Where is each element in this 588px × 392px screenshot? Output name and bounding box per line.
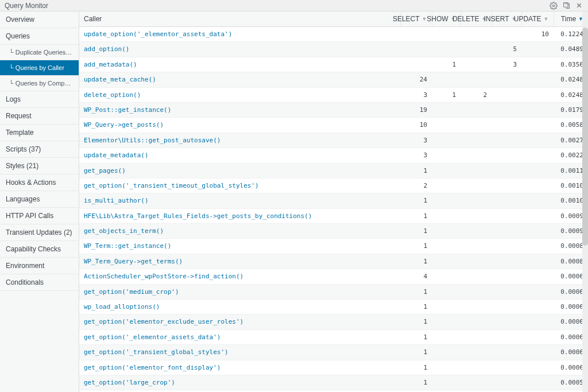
update-cell	[521, 42, 554, 57]
insert-cell	[492, 315, 521, 329]
sidebar-item[interactable]: Transient Updates (2)	[0, 224, 79, 241]
col-update[interactable]: UPDATE▼	[521, 11, 554, 27]
popout-icon[interactable]	[562, 1, 571, 10]
show-cell	[432, 239, 461, 254]
select-cell: 1	[401, 224, 432, 239]
sidebar-item[interactable]: Languages	[0, 191, 79, 208]
sidebar-item[interactable]: Conditionals	[0, 274, 79, 291]
insert-cell	[492, 269, 521, 284]
caller-cell[interactable]: get_option('elementor_exclude_user_roles…	[79, 315, 401, 329]
caller-cell[interactable]: HFE\Lib\Astra_Target_Rules_Fields->get_p…	[79, 208, 401, 223]
caller-cell[interactable]: get_pages()	[79, 163, 401, 178]
sidebar-item[interactable]: Styles (21)	[0, 158, 79, 174]
update-cell	[521, 375, 554, 390]
caller-cell[interactable]: Elementor\Utils::get_post_autosave()	[79, 133, 401, 148]
caller-cell[interactable]: WP_Post::get_instance()	[79, 102, 401, 117]
sidebar-item[interactable]: Environment	[0, 258, 79, 274]
sidebar-item[interactable]: Scripts (37)	[0, 141, 79, 158]
update-cell	[521, 102, 554, 117]
caller-cell[interactable]: get_option('_transient_global_styles')	[79, 345, 401, 360]
table-row: update_metadata()30.0022	[79, 148, 588, 163]
update-cell	[521, 224, 554, 239]
app-title: Query Monitor	[5, 2, 48, 10]
filter-icon[interactable]: ▼	[422, 17, 427, 22]
col-caller[interactable]: Caller	[79, 11, 401, 27]
caller-cell[interactable]: update_meta_cache()	[79, 72, 401, 87]
table-row: WP_Query->get_posts()100.0058	[79, 118, 588, 133]
select-cell: 3	[401, 148, 432, 163]
sidebar-item[interactable]: Queries	[0, 28, 79, 45]
settings-icon[interactable]	[549, 1, 558, 10]
select-cell: 1	[401, 300, 432, 315]
delete-cell	[461, 42, 492, 57]
sidebar-item[interactable]: Overview	[0, 11, 79, 28]
titlebar: Query Monitor	[0, 0, 588, 11]
scrollbar-track[interactable]	[582, 11, 588, 392]
insert-cell	[492, 300, 521, 315]
show-cell	[432, 178, 461, 193]
table-row: HFE\Lib\Astra_Target_Rules_Fields->get_p…	[79, 208, 588, 223]
update-cell	[521, 269, 554, 284]
update-cell	[521, 118, 554, 133]
caller-cell[interactable]: delete_option()	[79, 87, 401, 102]
insert-cell	[492, 163, 521, 178]
caller-cell[interactable]: get_option('medium_crop')	[79, 284, 401, 299]
svg-rect-1	[563, 3, 568, 7]
caller-cell[interactable]: update_metadata()	[79, 148, 401, 163]
caller-cell[interactable]: get_option('_transient_timeout_global_st…	[79, 178, 401, 193]
sidebar-item[interactable]: Request	[0, 108, 79, 125]
show-cell	[432, 72, 461, 87]
caller-cell[interactable]: ActionScheduler_wpPostStore->find_action…	[79, 269, 401, 284]
sidebar-item[interactable]: └ Duplicate Queries (8)	[0, 45, 79, 60]
show-cell	[432, 163, 461, 178]
show-cell	[432, 118, 461, 133]
insert-cell	[492, 284, 521, 299]
titlebar-actions	[549, 1, 583, 10]
delete-cell	[461, 254, 492, 269]
show-cell	[432, 133, 461, 148]
caller-cell[interactable]: get_objects_in_term()	[79, 224, 401, 239]
delete-cell	[461, 163, 492, 178]
select-cell: 3	[401, 133, 432, 148]
update-cell	[521, 208, 554, 223]
caller-cell[interactable]: get_option('_elementor_assets_data')	[79, 329, 401, 344]
select-cell: 1	[401, 345, 432, 360]
show-cell	[432, 27, 461, 42]
show-cell	[432, 42, 461, 57]
sidebar-item[interactable]: Template	[0, 125, 79, 141]
caller-cell[interactable]: add_metadata()	[79, 57, 401, 72]
scrollbar-thumb[interactable]	[582, 28, 588, 246]
sidebar-item[interactable]: Capability Checks	[0, 241, 79, 258]
delete-cell	[461, 208, 492, 223]
caller-cell[interactable]: get_option('large_crop')	[79, 375, 401, 390]
table-row: get_option('_transient_timeout_global_st…	[79, 178, 588, 193]
sidebar-item[interactable]: └ Queries by Component	[0, 76, 79, 91]
insert-cell	[492, 178, 521, 193]
show-cell	[432, 375, 461, 390]
insert-cell	[492, 27, 521, 42]
sidebar-item[interactable]: └ Queries by Caller	[0, 60, 79, 76]
caller-cell[interactable]: add_option()	[79, 42, 401, 57]
caller-cell[interactable]: WP_Query->get_posts()	[79, 118, 401, 133]
insert-cell	[492, 102, 521, 117]
caller-cell[interactable]: wp_load_alloptions()	[79, 300, 401, 315]
insert-cell	[492, 345, 521, 360]
sidebar-item[interactable]: Logs	[0, 91, 79, 108]
select-cell: 10	[401, 118, 432, 133]
table-row: ActionScheduler_wpPostStore->find_action…	[79, 269, 588, 284]
caller-cell[interactable]: is_multi_author()	[79, 193, 401, 208]
caller-cell[interactable]: WP_Term::get_instance()	[79, 239, 401, 254]
select-cell: 1	[401, 239, 432, 254]
sidebar-item[interactable]: Hooks & Actions	[0, 174, 79, 191]
table-row: get_option('elementor_exclude_user_roles…	[79, 315, 588, 329]
select-cell: 2	[401, 178, 432, 193]
caller-cell[interactable]: get_option('elementor_font_display')	[79, 360, 401, 375]
caller-cell[interactable]: WP_Term_Query->get_terms()	[79, 254, 401, 269]
caller-cell[interactable]: update_option('_elementor_assets_data')	[79, 27, 401, 42]
sidebar-item[interactable]: HTTP API Calls	[0, 208, 79, 224]
select-cell: 24	[401, 72, 432, 87]
filter-icon[interactable]: ▼	[544, 17, 549, 22]
close-icon[interactable]	[574, 1, 583, 10]
update-cell	[521, 163, 554, 178]
select-cell: 1	[401, 163, 432, 178]
